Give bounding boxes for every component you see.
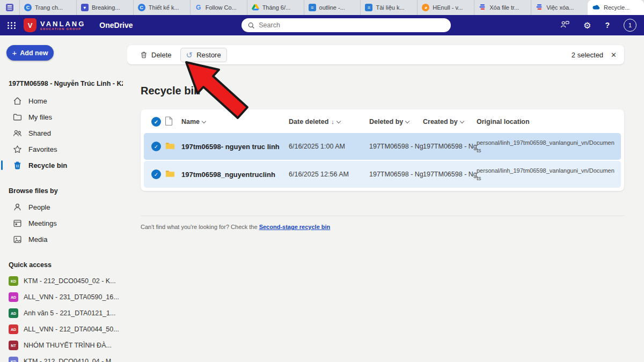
site-badge: NT: [9, 341, 18, 350]
quick-access-item[interactable]: KDKTM - 212_DCO0410_04 - M...: [0, 353, 127, 362]
selection-toolbar: Delete ↺ Restore 2 selected ✕: [127, 45, 624, 64]
column-header-name[interactable]: Name: [181, 118, 289, 125]
quick-access-item[interactable]: KDKTM - 212_DCO0450_02 - K...: [0, 273, 127, 289]
sidebar-item-home[interactable]: Home: [0, 93, 127, 109]
media-icon: [13, 235, 22, 244]
item-name[interactable]: 197tm06598- nguyen truc linh: [181, 143, 289, 151]
sidebar-item-label: Home: [28, 97, 47, 105]
table-row[interactable]: ✓ 197tm06598_nguyentruclinh 6/16/2025 12…: [144, 161, 621, 188]
sidebar-item-label: Meetings: [28, 219, 57, 227]
chevron-down-icon: [202, 119, 206, 123]
avatar[interactable]: 1: [624, 19, 636, 32]
search-bar[interactable]: [241, 18, 451, 32]
browser-tab[interactable]: Xóa file tr...: [474, 0, 531, 15]
tab-label: Recycle...: [604, 4, 630, 11]
column-header-deleted-by[interactable]: Deleted by: [369, 118, 423, 125]
folder-icon: [13, 113, 22, 122]
quick-access-label: NHÓM THUYẾT TRÌNH ĐÀ...: [24, 342, 112, 349]
help-icon[interactable]: ?: [605, 21, 610, 29]
chevron-down-icon: [336, 119, 341, 123]
app-launcher-icon[interactable]: [8, 22, 16, 29]
account-name: 197TM06598 - Nguyễn Trúc Linh - K2...: [9, 80, 123, 87]
item-name[interactable]: 197tm06598_nguyentruclinh: [181, 171, 289, 179]
sidebar-item-my-files[interactable]: My files: [0, 109, 127, 125]
quick-access-item[interactable]: ADALL_VNN - 231_DTA0590_16...: [0, 289, 127, 305]
delete-label: Delete: [151, 51, 172, 59]
page-title: Recycle bin: [141, 85, 624, 97]
browser-tab[interactable]: Việc xóa...: [531, 0, 588, 15]
folder-icon: [165, 142, 181, 152]
main-content: Delete ↺ Restore 2 selected ✕ Recycle bi…: [127, 35, 644, 362]
heart-app-icon: ♥: [81, 4, 89, 11]
quick-access-item[interactable]: ADAnh văn 5 - 221_DTA0121_1...: [0, 305, 127, 321]
tab-label: Việc xóa...: [546, 4, 574, 11]
app-header: V VANLANG EDUCATION GROUP OneDrive ⚙ ? 1: [0, 15, 644, 35]
document-icon: ≡: [365, 4, 372, 11]
browser-tab[interactable]: CThiết kế k...: [133, 0, 190, 15]
sidebar-item-meetings[interactable]: Meetings: [0, 215, 127, 231]
browser-tab-active[interactable]: Recycle...: [588, 0, 644, 15]
quick-access-item[interactable]: ADALL_VNN - 212_DTA0044_50...: [0, 321, 127, 337]
table-header-row: ✓ Name Date deleted↓ Deleted by Created …: [144, 112, 621, 132]
row-checkbox[interactable]: ✓: [151, 169, 161, 179]
quick-access-label: KTM - 212_DCO0450_02 - K...: [24, 277, 116, 285]
vanlang-shield-icon: V: [24, 18, 36, 32]
restore-button[interactable]: ↺ Restore: [180, 48, 227, 62]
item-original-location: personal/linh_197tm06598_vanlanguni_vn/D…: [477, 139, 621, 154]
tab-overview-button[interactable]: [0, 0, 19, 15]
row-checkbox[interactable]: ✓: [151, 142, 161, 151]
sidebar-item-recycle-bin[interactable]: Recycle bin: [0, 157, 127, 173]
browser-tab[interactable]: CTrang ch...: [19, 0, 76, 15]
add-new-button[interactable]: + Add new: [6, 45, 54, 61]
sidebar-item-media[interactable]: Media: [0, 231, 127, 247]
settings-gear-icon[interactable]: ⚙: [583, 20, 591, 31]
sidebar-item-label: Media: [28, 235, 47, 243]
drive-icon: [252, 4, 259, 12]
coccoc-icon: C: [24, 4, 32, 11]
browser-tab[interactable]: ◕HEnull - v...: [417, 0, 474, 15]
sidebar-item-people[interactable]: People: [0, 199, 127, 215]
brand-subtitle: EDUCATION GROUP: [40, 27, 85, 31]
browser-tab[interactable]: ≡outline -...: [304, 0, 361, 15]
site-badge: AD: [9, 308, 18, 318]
site-badge: AD: [9, 292, 18, 302]
select-all-checkbox[interactable]: ✓: [151, 117, 161, 127]
tab-label: Trang ch...: [35, 4, 63, 11]
people-icon: [13, 129, 22, 138]
column-header-created-by[interactable]: Created by: [423, 118, 477, 125]
vanlang-logo[interactable]: V VANLANG EDUCATION GROUP: [24, 18, 85, 32]
selected-count: 2 selected: [572, 51, 603, 59]
column-header-date-deleted[interactable]: Date deleted↓: [289, 118, 369, 125]
tab-label: Breaking...: [92, 4, 120, 11]
browser-tab[interactable]: ≡Tài liệu k...: [360, 0, 417, 15]
search-input[interactable]: [259, 21, 444, 29]
sort-desc-icon: ↓: [331, 119, 334, 125]
feedback-icon[interactable]: [560, 20, 569, 31]
quick-access-label: ALL_VNN - 212_DTA0044_50...: [24, 326, 119, 333]
sidebar-item-label: Favorites: [28, 145, 57, 153]
browser-tab[interactable]: Tháng 6/...: [247, 0, 304, 15]
tab-label: Tháng 6/...: [262, 4, 291, 11]
clear-selection-icon[interactable]: ✕: [611, 51, 617, 59]
quick-access-item[interactable]: NTNHÓM THUYẾT TRÌNH ĐÀ...: [0, 337, 127, 353]
person-icon: [13, 203, 22, 212]
app-name: OneDrive: [99, 21, 133, 29]
browse-files-by-heading: Browse files by: [9, 187, 127, 195]
second-stage-recycle-bin-link[interactable]: Second-stage recycle bin: [259, 224, 331, 230]
sidebar-item-favorites[interactable]: Favorites: [0, 141, 127, 157]
sidebar-item-shared[interactable]: Shared: [0, 125, 127, 141]
item-deleted-by: 197TM06598 - Ng: [369, 171, 423, 178]
browser-tab[interactable]: GFollow Co...: [190, 0, 247, 15]
tab-label: Xóa file tr...: [489, 4, 519, 11]
site-badge: KD: [9, 276, 18, 286]
folder-icon: [165, 169, 181, 180]
sidebar: + Add new 197TM06598 - Nguyễn Trúc Linh …: [0, 35, 127, 362]
coccoc-icon: C: [138, 4, 145, 11]
quick-access-label: ALL_VNN - 231_DTA0590_16...: [24, 293, 119, 301]
browser-tab-strip: CTrang ch... ♥Breaking... CThiết kế k...…: [0, 0, 644, 15]
chevron-down-icon: [459, 119, 464, 123]
column-header-original-location[interactable]: Original location: [477, 118, 621, 125]
table-row[interactable]: ✓ 197tm06598- nguyen truc linh 6/16/2025…: [144, 133, 621, 160]
delete-button[interactable]: Delete: [135, 48, 177, 62]
browser-tab[interactable]: ♥Breaking...: [76, 0, 133, 15]
